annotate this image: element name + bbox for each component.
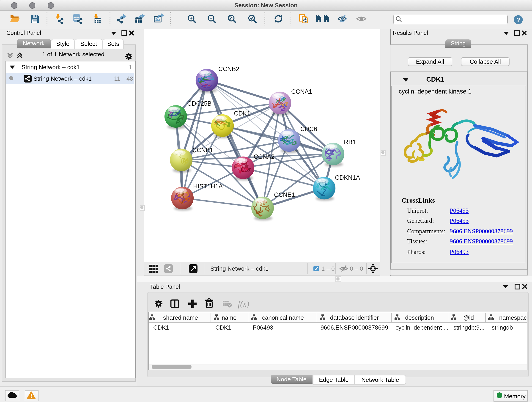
- svg-text:CDK1: CDK1: [153, 324, 169, 331]
- svg-text:1 – 0: 1 – 0: [322, 265, 335, 272]
- svg-text:0 – 0: 0 – 0: [350, 265, 363, 272]
- svg-text:CDK1: CDK1: [234, 110, 250, 117]
- svg-text:RB1: RB1: [344, 139, 356, 146]
- svg-text:canonical name: canonical name: [262, 314, 304, 321]
- svg-text:database identifier: database identifier: [330, 314, 379, 321]
- svg-text:CCNA1: CCNA1: [291, 88, 312, 95]
- svg-text:shared name: shared name: [163, 314, 198, 321]
- svg-text:f(x): f(x): [238, 299, 249, 308]
- svg-text:CCNA2: CCNA2: [254, 153, 275, 160]
- svg-text:P06493: P06493: [253, 324, 273, 331]
- svg-text:stringdb:9...: stringdb:9...: [453, 324, 484, 331]
- svg-text:namespace: namespace: [499, 314, 527, 321]
- svg-text:CCNB2: CCNB2: [218, 65, 239, 72]
- svg-text:name: name: [221, 314, 236, 321]
- svg-text:description: description: [405, 314, 434, 321]
- svg-text:stringdb: stringdb: [491, 324, 513, 331]
- svg-text:HIST1H1A: HIST1H1A: [193, 183, 223, 190]
- svg-text:9606.ENSP00000378699: 9606.ENSP00000378699: [320, 324, 388, 331]
- svg-text:CDKN1A: CDKN1A: [335, 174, 360, 181]
- svg-text:cyclin–dependent ...: cyclin–dependent ...: [395, 324, 448, 331]
- svg-text:CDC6: CDC6: [300, 126, 317, 133]
- svg-text:CDC25B: CDC25B: [187, 100, 212, 107]
- svg-text:String Network – cdk1: String Network – cdk1: [210, 265, 268, 272]
- svg-text:?: ?: [516, 16, 520, 23]
- svg-text:CCNE1: CCNE1: [274, 191, 295, 198]
- svg-text:@id: @id: [463, 314, 474, 321]
- svg-text:CDK1: CDK1: [215, 324, 231, 331]
- svg-text:CCNB1: CCNB1: [192, 147, 213, 153]
